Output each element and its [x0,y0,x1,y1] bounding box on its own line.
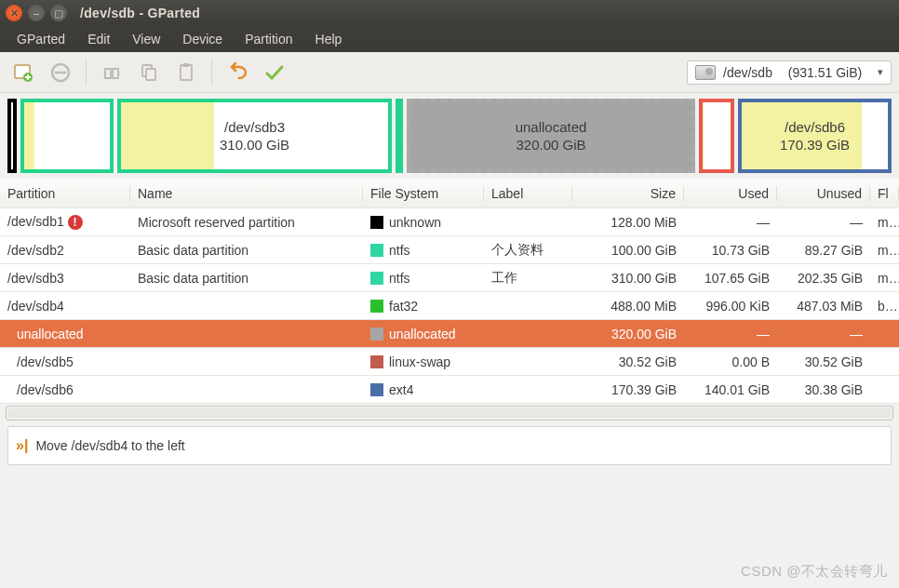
fs-color-swatch [370,216,383,229]
delete-partition-button [45,57,76,88]
device-selector[interactable]: /dev/sdb (931.51 GiB) ▾ [687,60,892,85]
menu-help[interactable]: Help [304,28,354,50]
fs-color-swatch [370,383,383,396]
table-row[interactable]: unallocatedunallocated320.00 GiB—— [0,320,899,348]
disk-icon [695,65,716,80]
device-path: /dev/sdb [723,65,772,80]
svg-rect-6 [183,63,189,67]
viz-sdb4[interactable] [396,99,403,173]
toolbar-separator [86,60,87,86]
device-size: (931.51 GiB) [788,65,862,80]
menubar: GParted Edit View Device Partition Help [0,26,899,52]
col-unused[interactable]: Unused [777,186,870,201]
viz-sdb6-label: /dev/sdb6 [780,118,850,137]
resize-partition-button [96,57,127,88]
paste-partition-button [170,57,202,88]
svg-rect-4 [146,69,155,80]
viz-unalloc-label: unallocated [516,118,587,137]
menu-view[interactable]: View [121,28,171,50]
apply-button[interactable] [259,57,290,88]
chevron-down-icon: ▾ [878,66,883,78]
menu-partition[interactable]: Partition [234,28,303,50]
table-row[interactable]: /dev/sdb2Basic data partitionntfs个人资料100… [0,236,899,264]
viz-sdb5[interactable] [699,99,734,173]
partition-visualization: /dev/sdb3310.00 GiB unallocated320.00 Gi… [0,93,899,179]
toolbar-separator [211,60,212,86]
new-partition-button[interactable] [7,57,39,88]
partition-table: Partition Name File System Label Size Us… [0,179,899,404]
menu-device[interactable]: Device [171,28,234,50]
viz-sdb6-size: 170.39 GiB [780,136,850,154]
fs-color-swatch [370,272,383,285]
col-name[interactable]: Name [130,186,363,201]
table-row[interactable]: /dev/sdb6ext4170.39 GiB140.01 GiB30.38 G… [0,376,899,404]
undo-button[interactable] [221,57,253,88]
table-header: Partition Name File System Label Size Us… [0,179,899,208]
viz-sdb6[interactable]: /dev/sdb6170.39 GiB [738,99,892,173]
move-icon: »| [16,437,28,454]
col-used[interactable]: Used [684,186,777,201]
menu-edit[interactable]: Edit [76,28,121,50]
menu-gparted[interactable]: GParted [6,28,76,50]
viz-sdb3-label: /dev/sdb3 [220,118,289,137]
fs-color-swatch [370,244,383,257]
table-row[interactable]: /dev/sdb1 !Microsoft reserved partitionu… [0,208,899,236]
table-row[interactable]: /dev/sdb4fat32488.00 MiB996.00 KiB487.03… [0,292,899,320]
col-label[interactable]: Label [484,186,572,201]
viz-sdb2[interactable] [20,99,114,173]
window-close-button[interactable]: ✕ [6,5,22,21]
viz-sdb3-size: 310.00 GiB [220,136,289,154]
warning-icon: ! [68,215,83,230]
col-fs[interactable]: File System [363,186,484,201]
titlebar: ✕ – ▢ /dev/sdb - GParted [0,0,899,26]
viz-sdb1[interactable] [7,99,17,173]
col-size[interactable]: Size [572,186,684,201]
pending-text: Move /dev/sdb4 to the left [35,438,184,453]
col-partition[interactable]: Partition [0,186,130,201]
pending-operations[interactable]: »| Move /dev/sdb4 to the left [7,426,892,465]
svg-rect-5 [181,65,192,80]
viz-unalloc-size: 320.00 GiB [516,136,587,154]
window-title: /dev/sdb - GParted [80,6,200,20]
watermark: CSDN @不太会转弯儿 [741,563,888,581]
viz-unallocated[interactable]: unallocated320.00 GiB [407,99,695,173]
table-row[interactable]: /dev/sdb5linux-swap30.52 GiB0.00 B30.52 … [0,348,899,376]
toolbar: /dev/sdb (931.51 GiB) ▾ [0,52,899,93]
col-flags[interactable]: Fl [870,186,899,201]
window-maximize-button[interactable]: ▢ [50,5,67,21]
window-minimize-button[interactable]: – [28,5,45,21]
fs-color-swatch [370,327,383,341]
table-row[interactable]: /dev/sdb3Basic data partitionntfs工作310.0… [0,264,899,292]
copy-partition-button [133,57,165,88]
fs-color-swatch [370,300,383,313]
horizontal-scrollbar[interactable] [6,406,893,421]
fs-color-swatch [370,355,383,368]
viz-sdb3[interactable]: /dev/sdb3310.00 GiB [117,99,392,173]
